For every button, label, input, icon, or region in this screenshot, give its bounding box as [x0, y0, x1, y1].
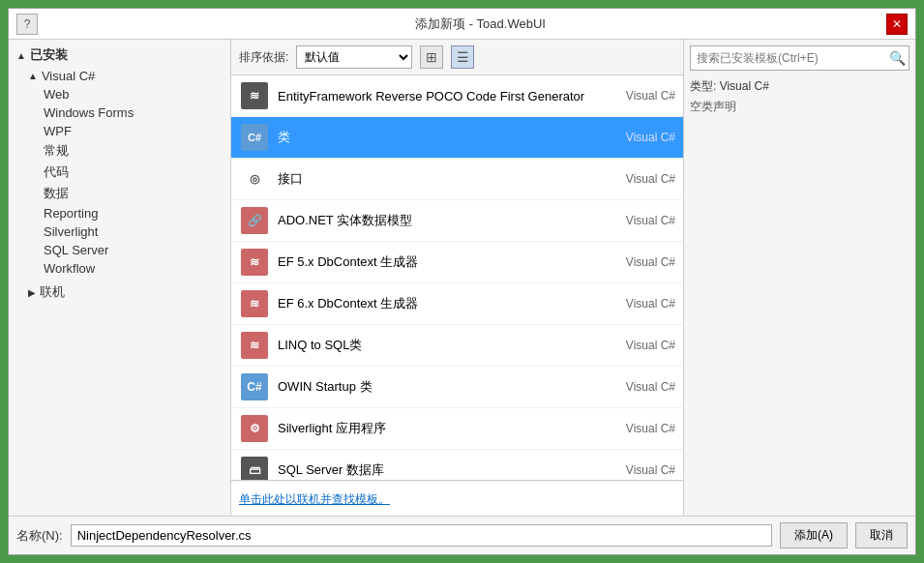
item-lang: Visual C#: [598, 131, 675, 144]
list-item[interactable]: ≋LINQ to SQL类Visual C#: [231, 325, 683, 367]
vc-arrow: ▲: [28, 71, 38, 81]
item-name: OWIN Startup 类: [278, 378, 598, 396]
item-name: EF 5.x DbContext 生成器: [278, 253, 598, 271]
more-link-row: 单击此处以联机并查找模板。: [231, 481, 683, 516]
item-name: Silverlight 应用程序: [278, 420, 598, 437]
vc-label: Visual C#: [42, 69, 95, 83]
list-item[interactable]: ⚙Silverlight 应用程序Visual C#: [231, 408, 683, 450]
tree-wpf[interactable]: WPF: [9, 122, 230, 140]
item-lang: Visual C#: [598, 463, 675, 477]
cancel-button[interactable]: 取消: [855, 522, 908, 548]
item-name: LINQ to SQL类: [278, 337, 598, 354]
list-item[interactable]: 🗃SQL Server 数据库Visual C#: [231, 450, 683, 481]
item-name: ADO.NET 实体数据模型: [278, 212, 598, 229]
tree-daima[interactable]: 代码: [9, 162, 230, 183]
close-button[interactable]: ✕: [886, 14, 908, 35]
item-lang: Visual C#: [598, 89, 675, 103]
search-input[interactable]: [691, 48, 885, 68]
tree-workflow[interactable]: Workflow: [9, 259, 230, 278]
list-item[interactable]: ◎接口Visual C#: [231, 159, 683, 200]
tree-visual-csharp[interactable]: ▲ Visual C#: [9, 67, 230, 85]
tree-windows-forms[interactable]: Windows Forms: [9, 104, 230, 122]
item-icon: ⚙: [239, 413, 270, 444]
item-name: 类: [278, 129, 598, 146]
item-icon: ≋: [239, 288, 270, 319]
item-icon: C#: [239, 371, 270, 402]
middle-panel: 排序依据: 默认值 名称 类型 ⊞ ☰ ≋EntityFramework Rev…: [231, 40, 683, 516]
window-controls: ✕: [886, 14, 908, 35]
lj-label: 联机: [40, 283, 65, 301]
right-panel: 🔍 类型: Visual C# 空类声明: [683, 40, 915, 516]
item-icon: ≋: [239, 330, 270, 361]
list-view-button[interactable]: ☰: [451, 45, 474, 69]
tree-changgui[interactable]: 常规: [9, 140, 230, 162]
help-button[interactable]: ?: [16, 14, 38, 35]
list-item[interactable]: ≋EF 6.x DbContext 生成器Visual C#: [231, 283, 683, 325]
tree-sql-server[interactable]: SQL Server: [9, 241, 230, 259]
item-icon: ≋: [239, 247, 270, 278]
installed-section[interactable]: ▲ 已安装: [9, 44, 230, 67]
list-item[interactable]: 🔗ADO.NET 实体数据模型Visual C#: [231, 200, 683, 242]
tree-reporting[interactable]: Reporting: [9, 204, 230, 222]
installed-arrow: ▲: [16, 50, 26, 61]
add-button[interactable]: 添加(A): [780, 522, 848, 548]
item-name: SQL Server 数据库: [278, 461, 598, 479]
item-icon: 🔗: [239, 205, 270, 236]
item-name: EF 6.x DbContext 生成器: [278, 295, 598, 312]
content-area: ▲ 已安装 ▲ Visual C# Web Windows Forms WPF …: [9, 40, 915, 516]
item-icon: C#: [239, 122, 270, 153]
item-lang: Visual C#: [598, 339, 675, 352]
info-desc: 空类声明: [690, 99, 909, 115]
bottom-bar: 名称(N): 添加(A) 取消: [9, 516, 915, 554]
sort-select[interactable]: 默认值 名称 类型: [296, 45, 412, 69]
installed-label: 已安装: [30, 46, 68, 64]
search-bar: 🔍: [690, 45, 909, 71]
left-panel: ▲ 已安装 ▲ Visual C# Web Windows Forms WPF …: [9, 40, 231, 516]
name-label: 名称(N):: [16, 527, 63, 545]
item-lang: Visual C#: [598, 297, 675, 311]
tree-web[interactable]: Web: [9, 85, 230, 104]
list-item[interactable]: C#OWIN Startup 类Visual C#: [231, 367, 683, 408]
tree-lian-ji[interactable]: ▶ 联机: [9, 282, 230, 303]
search-icon[interactable]: 🔍: [885, 46, 909, 70]
list-item[interactable]: ≋EF 5.x DbContext 生成器Visual C#: [231, 242, 683, 283]
item-lang: Visual C#: [598, 172, 675, 186]
item-lang: Visual C#: [598, 255, 675, 269]
item-lang: Visual C#: [598, 422, 675, 435]
item-lang: Visual C#: [598, 214, 675, 227]
lj-arrow: ▶: [28, 287, 36, 298]
item-icon: ◎: [239, 163, 270, 194]
name-input[interactable]: [71, 524, 772, 547]
sort-label: 排序依据:: [239, 49, 288, 66]
items-list: ≋EntityFramework Reverse POCO Code First…: [231, 75, 683, 481]
item-icon: 🗃: [239, 455, 270, 481]
item-name: 接口: [278, 170, 598, 188]
item-lang: Visual C#: [598, 380, 675, 394]
window-title: 添加新项 - Toad.WebUI: [75, 15, 886, 33]
middle-toolbar: 排序依据: 默认值 名称 类型 ⊞ ☰: [231, 40, 683, 75]
title-bar: ? 添加新项 - Toad.WebUI ✕: [9, 9, 915, 40]
grid-view-button[interactable]: ⊞: [420, 45, 443, 69]
more-link[interactable]: 单击此处以联机并查找模板。: [239, 492, 390, 506]
tree-silverlight[interactable]: Silverlight: [9, 222, 230, 241]
item-icon: ≋: [239, 80, 270, 111]
item-name: EntityFramework Reverse POCO Code First …: [278, 89, 598, 104]
right-info: 类型: Visual C# 空类声明: [690, 78, 909, 115]
list-item[interactable]: ≋EntityFramework Reverse POCO Code First…: [231, 75, 683, 117]
list-item[interactable]: C#类Visual C#: [231, 117, 683, 159]
info-type: 类型: Visual C#: [690, 78, 909, 95]
tree-shuju[interactable]: 数据: [9, 183, 230, 204]
